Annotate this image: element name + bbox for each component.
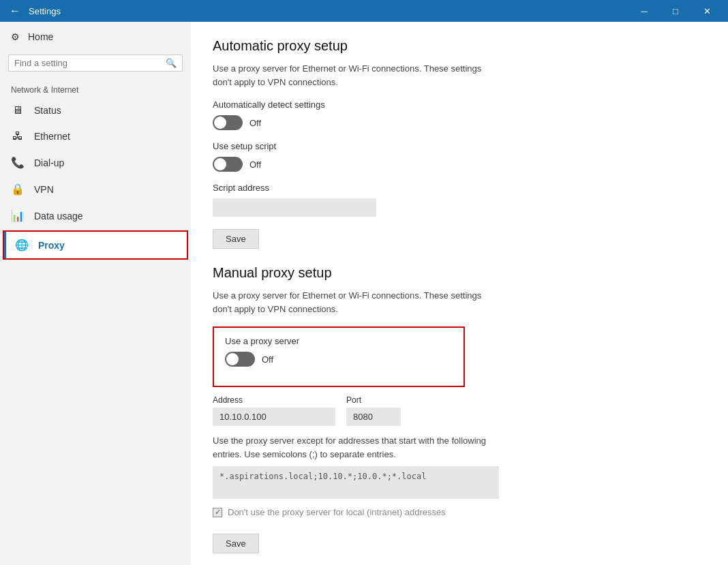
automatic-section-desc: Use a proxy server for Ethernet or Wi-Fi…	[213, 62, 499, 89]
ethernet-icon: 🖧	[11, 130, 25, 142]
detect-settings-toggle[interactable]	[213, 115, 243, 130]
back-button[interactable]: ←	[5, 1, 25, 20]
app-body: ⚙ Home 🔍 Network & Internet 🖥 Status 🖧 E…	[0, 22, 728, 565]
local-intranet-label: Don't use the proxy server for local (in…	[228, 507, 446, 517]
except-textarea[interactable]	[213, 466, 499, 499]
address-input[interactable]	[213, 408, 335, 426]
setup-script-toggle[interactable]	[213, 157, 243, 172]
detect-settings-knob	[214, 117, 226, 129]
setup-script-state: Off	[249, 159, 261, 170]
sidebar-category: Network & Internet	[0, 80, 191, 97]
use-proxy-knob	[226, 353, 239, 365]
close-button[interactable]: ✕	[691, 0, 723, 22]
data-usage-icon: 📊	[11, 209, 25, 222]
address-field-group: Address	[213, 395, 335, 426]
detect-settings-row: Off	[213, 115, 706, 130]
address-port-row: Address Port	[213, 395, 706, 426]
automatic-section-title: Automatic proxy setup	[213, 38, 706, 54]
local-intranet-checkbox[interactable]: ✓	[213, 508, 222, 517]
content-area: Automatic proxy setup Use a proxy server…	[191, 22, 728, 565]
window-controls: ─ □ ✕	[628, 0, 723, 22]
sidebar: ⚙ Home 🔍 Network & Internet 🖥 Status 🖧 E…	[0, 22, 191, 565]
use-proxy-toggle[interactable]	[225, 352, 255, 367]
setup-script-row: Off	[213, 157, 706, 172]
proxy-icon: 🌐	[15, 239, 29, 251]
proxy-nav-highlight: 🌐 Proxy	[3, 230, 188, 260]
search-box: 🔍	[8, 55, 183, 72]
use-proxy-server-box: Use a proxy server Off	[213, 326, 465, 387]
port-field-group: Port	[346, 395, 401, 426]
sidebar-item-data-usage[interactable]: 📊 Data usage	[0, 202, 191, 229]
local-intranet-row: ✓ Don't use the proxy server for local (…	[213, 507, 706, 517]
port-label: Port	[346, 395, 401, 405]
script-address-input[interactable]	[213, 198, 376, 217]
titlebar: ← Settings ─ □ ✕	[0, 0, 728, 22]
sidebar-item-vpn[interactable]: 🔒 VPN	[0, 176, 191, 202]
use-proxy-state: Off	[262, 354, 273, 365]
manual-section-desc: Use a proxy server for Ethernet or Wi-Fi…	[213, 289, 499, 316]
maximize-button[interactable]: □	[660, 0, 691, 22]
except-desc: Use the proxy server except for addresse…	[213, 434, 499, 461]
manual-proxy-section: Manual proxy setup Use a proxy server fo…	[213, 265, 706, 565]
search-icon: 🔍	[166, 58, 177, 68]
dialup-icon: 📞	[11, 156, 25, 169]
manual-save-button[interactable]: Save	[213, 534, 259, 553]
script-address-label: Script address	[213, 183, 706, 193]
port-input[interactable]	[346, 408, 401, 426]
use-proxy-label: Use a proxy server	[225, 336, 453, 346]
minimize-button[interactable]: ─	[628, 0, 660, 22]
home-icon: ⚙	[11, 31, 20, 42]
detect-settings-state: Off	[249, 118, 261, 128]
sidebar-item-ethernet[interactable]: 🖧 Ethernet	[0, 123, 191, 149]
detect-settings-label: Automatically detect settings	[213, 100, 706, 110]
manual-section-title: Manual proxy setup	[213, 265, 706, 281]
status-icon: 🖥	[11, 104, 25, 117]
automatic-save-button[interactable]: Save	[213, 229, 259, 249]
sidebar-item-status[interactable]: 🖥 Status	[0, 97, 191, 123]
search-input[interactable]	[14, 58, 166, 68]
address-label: Address	[213, 395, 335, 405]
setup-script-label: Use setup script	[213, 141, 706, 151]
titlebar-title: Settings	[29, 6, 628, 16]
setup-script-knob	[214, 158, 226, 170]
sidebar-item-proxy[interactable]: 🌐 Proxy	[4, 232, 187, 258]
vpn-icon: 🔒	[11, 183, 25, 196]
automatic-proxy-section: Automatic proxy setup Use a proxy server…	[213, 38, 706, 265]
sidebar-item-home[interactable]: ⚙ Home	[0, 22, 191, 52]
sidebar-item-dialup[interactable]: 📞 Dial-up	[0, 149, 191, 176]
use-proxy-row: Off	[225, 352, 453, 367]
